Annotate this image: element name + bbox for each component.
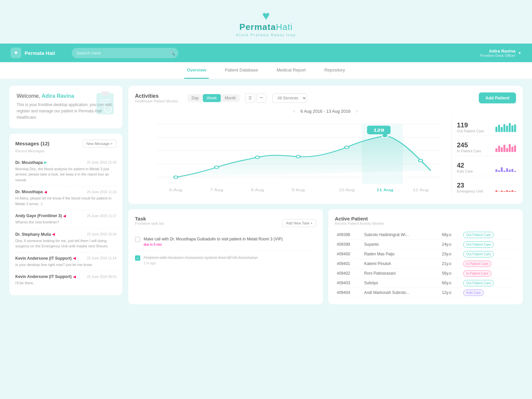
message-text: Morning Doc, the blood analysis for pati… — [15, 166, 116, 183]
mini-bar — [509, 191, 511, 192]
logo-subtitle: Klinik Pratama Rawat Inap — [0, 33, 532, 37]
user-role: Frontline Desk Officer — [480, 54, 515, 58]
activities-title: Activities — [135, 93, 178, 99]
new-message-button[interactable]: New Message + — [83, 140, 116, 148]
patient-age: 66y.o — [440, 278, 461, 288]
logo-icon: ♥ — [0, 9, 532, 22]
mini-bar — [514, 171, 516, 172]
svg-point-19 — [419, 159, 423, 162]
stat-number: 42 — [457, 162, 473, 169]
message-item: Dr. Stephany Mulia ◀ 25 June 2016 10:34 … — [15, 229, 116, 253]
message-item: Kevin Andersone (IT Support) ◀ 25 June 2… — [15, 253, 116, 271]
table-row: #09401 Katemi Pinuluh 21y.o In Patient C… — [335, 259, 516, 269]
status-badge: In Patient Care — [463, 270, 491, 277]
task-list: Make call with Dr. Mousthapa Guibadulin … — [135, 232, 316, 269]
messages-list: Dr. Mousthapa ▶ 25 June 2016 12:30 Morni… — [15, 157, 116, 289]
time-filter-buttons: Day Week Month — [188, 94, 240, 102]
message-in-icon: ◀ — [44, 190, 47, 194]
filter-week-button[interactable]: Week — [203, 94, 221, 102]
messages-header: Messages (12) New Message + — [15, 140, 116, 148]
tab-repository[interactable]: Repository — [322, 62, 347, 79]
mini-bar — [495, 190, 497, 192]
svg-point-15 — [255, 156, 259, 159]
date-range-label: 6 Aug 2016 - 13 Aug 2016 — [301, 109, 350, 114]
patient-name: Andi Markonah Subroto... — [362, 288, 440, 298]
message-time: 25 June 2016 10:34 — [87, 232, 116, 236]
patient-name: Raden Mas Paijo — [362, 249, 440, 259]
patient-age: 68y.o — [440, 230, 461, 240]
filter-month-button[interactable]: Month — [221, 94, 240, 102]
service-select[interactable]: All Services Out Patient In Patient Emer… — [272, 93, 307, 103]
user-dropdown-icon[interactable]: ▼ — [518, 51, 521, 55]
patient-name: Roni Patinarasani — [362, 269, 440, 278]
add-patient-button[interactable]: Add Patient — [479, 92, 516, 103]
tab-patient-database[interactable]: Patient Database — [222, 62, 261, 79]
task-text: Make call with Dr. Mousthapa Guibadulin … — [144, 236, 316, 242]
mini-bar — [514, 145, 516, 152]
svg-text:129: 129 — [373, 128, 384, 133]
message-text: I'll be there.. — [15, 280, 116, 286]
patient-id: #09404 — [335, 288, 362, 298]
add-task-button[interactable]: Add New Task + — [282, 219, 316, 227]
mini-bar — [506, 126, 508, 132]
tab-overview[interactable]: Overview — [184, 62, 209, 79]
svg-point-17 — [344, 146, 348, 149]
patient-status: Out Patient Care — [461, 278, 516, 288]
message-item: Dr. Mousthapa ▶ 25 June 2016 12:30 Morni… — [15, 157, 116, 187]
message-text: Dira, if someone looking for me, just te… — [15, 238, 116, 249]
message-item: Dr. Mousthapa ◀ 25 June 2016 11:24 Hi Ad… — [15, 186, 116, 210]
patient-name: Suyanto — [362, 240, 440, 249]
mini-bar — [509, 170, 511, 172]
patient-id: #09399 — [335, 240, 362, 249]
mini-bar — [495, 169, 497, 172]
messages-card: Messages (12) New Message + Recent Messa… — [9, 134, 122, 295]
patient-id: #09400 — [335, 249, 362, 259]
activities-subtitle: Healthcare Patient Monitor — [135, 99, 178, 103]
patient-status: Out Patient Care — [461, 240, 516, 249]
mini-bar — [506, 190, 508, 192]
clipboard-decoration: ✓ — [94, 91, 116, 117]
status-badge: Out Patient Care — [463, 251, 494, 257]
task-checkbox[interactable] — [135, 237, 140, 242]
mini-bars — [495, 123, 516, 132]
mini-bars — [495, 143, 516, 152]
search-icon[interactable]: 🔍 — [169, 50, 175, 56]
main-nav: Overview Patient Database Medical Report… — [0, 62, 532, 79]
date-prev-arrow[interactable]: ‹ — [293, 108, 295, 114]
task-item: Make call with Dr. Mousthapa Guibadulin … — [135, 232, 316, 251]
brand-name: Permata Hati — [25, 50, 55, 56]
svg-point-14 — [214, 166, 218, 169]
svg-point-13 — [174, 176, 178, 179]
patient-id: #09401 — [335, 259, 362, 269]
filter-day-button[interactable]: Day — [188, 94, 202, 102]
patient-status: Out Patient Care — [461, 249, 516, 259]
activities-header: Activities Healthcare Patient Monitor Da… — [135, 92, 516, 103]
activities-title-group: Activities Healthcare Patient Monitor — [135, 93, 178, 103]
patient-header: Active Patient Recent Patient Activity M… — [335, 216, 516, 225]
svg-rect-1 — [101, 91, 109, 95]
header-search-container: 🔍 — [72, 48, 178, 58]
mini-bar — [503, 191, 505, 192]
tab-medical-report[interactable]: Medical Report — [274, 62, 308, 79]
activities-card: Activities Healthcare Patient Monitor Da… — [128, 86, 523, 204]
brand-icon: ♥ — [11, 48, 21, 58]
date-next-arrow[interactable]: › — [356, 108, 357, 114]
message-sender: Dr. Stephany Mulia ◀ — [15, 232, 55, 237]
mini-bar — [501, 147, 503, 152]
message-text: Wheres the new frontliner? — [15, 219, 116, 225]
message-sender: Dr. Mousthapa ▶ — [15, 160, 47, 165]
chart-list-view-button[interactable]: ☰ — [245, 93, 255, 103]
stat-number: 23 — [457, 182, 483, 189]
stat-label: Emergency Unit — [457, 189, 483, 193]
chart-line-view-button[interactable]: 〜 — [256, 93, 266, 103]
messages-title: Messages (12) — [15, 141, 50, 146]
patient-name: Katemi Pinuluh — [362, 259, 440, 269]
search-input[interactable] — [72, 48, 178, 58]
message-in-icon: ◀ — [52, 232, 55, 236]
mini-bar — [495, 148, 497, 152]
message-sender: Kevin Andersone (IT Support) ◀ — [15, 256, 76, 261]
task-checkbox[interactable]: ✓ — [135, 255, 140, 261]
mini-bar — [503, 145, 505, 152]
patient-status: Out Patient Care — [461, 230, 516, 240]
stat-number: 245 — [457, 141, 481, 149]
